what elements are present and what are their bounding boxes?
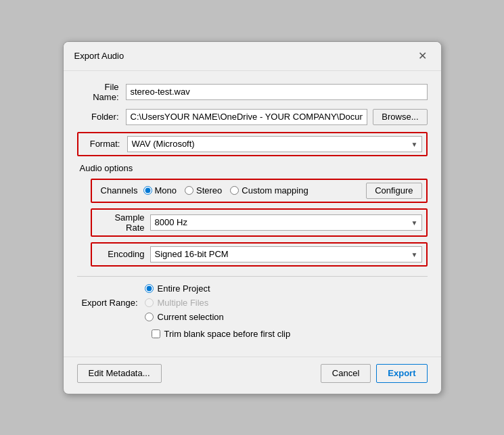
channel-custom-radio[interactable] bbox=[230, 186, 239, 195]
file-name-input[interactable] bbox=[126, 84, 428, 100]
encoding-select-wrapper: Signed 16-bit PCM Signed 24-bit PCM Sign… bbox=[150, 246, 422, 262]
trim-blank-checkbox[interactable] bbox=[152, 329, 160, 338]
range-entire-project-label: Entire Project bbox=[158, 283, 210, 294]
encoding-select[interactable]: Signed 16-bit PCM Signed 24-bit PCM Sign… bbox=[150, 246, 422, 262]
footer-left: Edit Metadata... bbox=[77, 364, 162, 383]
export-range-row: Export Range: Entire Project Multiple Fi… bbox=[77, 283, 428, 322]
export-range-options: Entire Project Multiple Files Current se… bbox=[145, 283, 224, 322]
format-select-wrapper: WAV (Microsoft) MP3 OGG Vorbis FLAC ▼ bbox=[127, 136, 422, 152]
format-label: Format: bbox=[83, 139, 127, 149]
edit-metadata-button[interactable]: Edit Metadata... bbox=[77, 364, 162, 383]
cancel-button[interactable]: Cancel bbox=[321, 364, 371, 383]
sample-rate-select[interactable]: 8000 Hz 11025 Hz 22050 Hz 44100 Hz 48000… bbox=[150, 214, 422, 231]
channel-mono-label: Mono bbox=[155, 185, 177, 196]
divider bbox=[77, 276, 428, 277]
range-entire-project-option[interactable]: Entire Project bbox=[145, 283, 224, 294]
file-name-label: File Name: bbox=[77, 82, 126, 102]
configure-button[interactable]: Configure bbox=[366, 183, 421, 199]
close-button[interactable]: ✕ bbox=[415, 49, 430, 64]
range-multiple-files-radio[interactable] bbox=[145, 298, 154, 307]
export-audio-dialog: Export Audio ✕ File Name: Folder: Browse… bbox=[63, 41, 442, 394]
sample-rate-label: Sample Rate bbox=[96, 212, 150, 233]
channel-stereo-option[interactable]: Stereo bbox=[185, 185, 222, 196]
export-range-label: Export Range: bbox=[77, 298, 145, 308]
browse-button[interactable]: Browse... bbox=[373, 109, 427, 125]
encoding-row: Encoding Signed 16-bit PCM Signed 24-bit… bbox=[91, 242, 428, 267]
channel-mono-option[interactable]: Mono bbox=[143, 185, 177, 196]
dialog-footer: Edit Metadata... Cancel Export bbox=[64, 357, 441, 394]
channel-stereo-label: Stereo bbox=[196, 185, 222, 196]
audio-options-section: Audio options Channels Mono Stereo Cus bbox=[77, 163, 428, 267]
channel-custom-option[interactable]: Custom mapping bbox=[230, 185, 308, 196]
sample-rate-select-wrapper: 8000 Hz 11025 Hz 22050 Hz 44100 Hz 48000… bbox=[150, 214, 422, 231]
trim-blank-label: Trim blank space before first clip bbox=[164, 329, 291, 339]
encoding-label: Encoding bbox=[96, 249, 150, 259]
file-name-row: File Name: bbox=[77, 82, 428, 102]
range-entire-project-radio[interactable] bbox=[145, 284, 154, 293]
export-button[interactable]: Export bbox=[376, 364, 427, 383]
channel-custom-label: Custom mapping bbox=[242, 185, 308, 196]
footer-right: Cancel Export bbox=[321, 364, 428, 383]
channels-row: Channels Mono Stereo Custom mapping bbox=[91, 179, 428, 203]
range-current-selection-radio[interactable] bbox=[145, 313, 154, 321]
channel-mono-radio[interactable] bbox=[143, 186, 152, 195]
audio-options-title: Audio options bbox=[80, 163, 428, 173]
folder-row: Folder: Browse... bbox=[77, 109, 428, 125]
dialog-body: File Name: Folder: Browse... Format: WAV… bbox=[64, 71, 441, 357]
range-current-selection-option[interactable]: Current selection bbox=[145, 312, 224, 322]
range-current-selection-label: Current selection bbox=[158, 312, 224, 322]
range-multiple-files-option[interactable]: Multiple Files bbox=[145, 298, 224, 308]
channel-stereo-radio[interactable] bbox=[185, 186, 193, 195]
range-multiple-files-label: Multiple Files bbox=[158, 298, 209, 308]
sample-rate-row: Sample Rate 8000 Hz 11025 Hz 22050 Hz 44… bbox=[91, 208, 428, 237]
folder-input[interactable] bbox=[126, 109, 368, 125]
format-row: Format: WAV (Microsoft) MP3 OGG Vorbis F… bbox=[77, 132, 428, 156]
format-select[interactable]: WAV (Microsoft) MP3 OGG Vorbis FLAC bbox=[127, 136, 422, 152]
trim-blank-row: Trim blank space before first clip bbox=[152, 329, 428, 339]
channels-radio-group: Mono Stereo Custom mapping bbox=[143, 185, 367, 196]
dialog-title: Export Audio bbox=[74, 51, 124, 61]
export-range-section: Export Range: Entire Project Multiple Fi… bbox=[77, 283, 428, 322]
channels-label: Channels bbox=[96, 185, 143, 196]
folder-label: Folder: bbox=[77, 112, 126, 122]
title-bar: Export Audio ✕ bbox=[64, 42, 441, 71]
